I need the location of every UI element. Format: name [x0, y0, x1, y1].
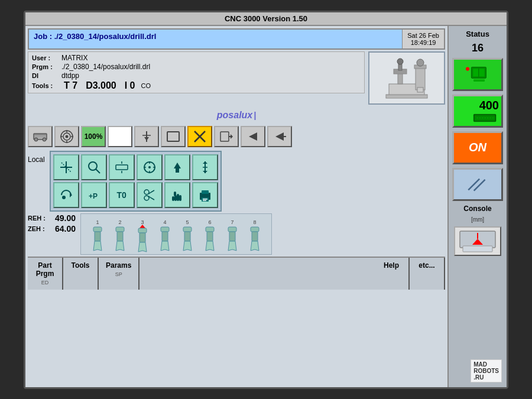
svg-rect-88: [252, 232, 258, 241]
help-button[interactable]: Help: [374, 258, 410, 290]
circle-button[interactable]: [137, 154, 163, 180]
function-grid: +P T0: [50, 151, 222, 212]
params-button[interactable]: ParamsSP: [99, 258, 140, 290]
cross-button[interactable]: [187, 126, 212, 147]
carousel-num-7: 7: [231, 219, 234, 225]
svg-point-4: [397, 59, 403, 64]
etc-button[interactable]: etc...: [410, 258, 445, 290]
conveyor-button[interactable]: [28, 126, 53, 147]
svg-text:+P: +P: [89, 192, 98, 200]
prgm-value: ./2_0380_14/posalux/drill.drl: [61, 63, 150, 71]
title-text: CNC 3000 Version 1.50: [225, 14, 307, 23]
tools-button[interactable]: Tools: [63, 258, 99, 290]
part-prgm-button[interactable]: PartPrgmED: [28, 258, 63, 290]
reh-row: REH : 49.00: [28, 213, 76, 223]
carousel-num-1: 1: [96, 219, 99, 225]
svg-rect-93: [473, 79, 485, 82]
out-button[interactable]: [214, 126, 239, 147]
carousel-num-8: 8: [254, 219, 257, 225]
svg-rect-65: [172, 196, 174, 201]
svg-rect-8: [417, 87, 423, 92]
posalux-cursor: |: [254, 111, 256, 120]
tool-co: CO: [141, 82, 151, 89]
svg-rect-87: [251, 227, 259, 232]
speed-button[interactable]: 400: [452, 95, 503, 128]
carousel-item-5: 5: [177, 219, 198, 252]
user-row: User : MATRIX: [32, 54, 361, 62]
svg-line-39: [96, 169, 100, 173]
svg-rect-72: [93, 227, 102, 232]
search-button[interactable]: [81, 154, 107, 180]
svg-rect-83: [206, 227, 214, 232]
svg-line-97: [468, 179, 479, 190]
info-left: User : MATRIX Prgm : ./2_0380_14/posalux…: [28, 51, 365, 93]
svg-rect-71: [203, 200, 206, 201]
carousel-num-4: 4: [164, 219, 167, 225]
svg-point-18: [66, 135, 69, 138]
tools-label: Tools :: [32, 82, 61, 89]
di-value: dtdpp: [61, 72, 79, 80]
job-text: Job : ./2_0380_14/posalux/drill.drl: [29, 30, 402, 48]
align-button[interactable]: [109, 154, 135, 180]
rect-button[interactable]: [161, 126, 186, 147]
diag-button[interactable]: [452, 168, 503, 201]
on-button[interactable]: ON: [452, 131, 503, 164]
svg-point-7: [417, 59, 424, 66]
svg-rect-26: [167, 132, 179, 141]
svg-rect-5: [416, 66, 425, 90]
svg-rect-9: [386, 95, 427, 98]
svg-rect-82: [184, 232, 190, 241]
svg-marker-49: [174, 163, 181, 168]
svg-rect-78: [140, 233, 145, 242]
carousel-item-3: 3: [132, 219, 153, 252]
hand-button[interactable]: [164, 182, 190, 208]
time-text: 18:49:19: [407, 39, 439, 46]
tools-row: Tools : T 7 D3.000 I 0 CO: [32, 80, 361, 91]
svg-rect-84: [207, 232, 213, 241]
carousel-item-1: 1: [87, 219, 108, 252]
posalux-area: posalux |: [28, 106, 445, 124]
carousel-item-8: 8: [244, 219, 265, 252]
target-button[interactable]: [54, 126, 79, 147]
svg-point-59: [144, 196, 149, 200]
info-rows: User : MATRIX Prgm : ./2_0380_14/posalux…: [28, 51, 365, 93]
up-button[interactable]: [164, 154, 190, 180]
reh-label: REH :: [28, 215, 51, 222]
tool-t: T 7: [64, 80, 77, 91]
carousel-item-4: 4: [154, 219, 176, 252]
feed-button[interactable]: [134, 126, 159, 147]
svg-point-56: [62, 196, 66, 199]
carousel-tool-4: [154, 226, 176, 252]
reh-value: 49.00: [55, 213, 76, 223]
svg-point-89: [466, 67, 469, 70]
v-arrows-button[interactable]: [192, 154, 218, 180]
zoom-100-button[interactable]: 100%: [81, 126, 106, 147]
svg-marker-52: [203, 161, 207, 164]
blank-button[interactable]: [108, 126, 132, 147]
svg-marker-32: [249, 132, 257, 141]
axes-button[interactable]: [53, 154, 79, 180]
arrow2-button[interactable]: [267, 126, 292, 147]
plus-p-button[interactable]: +P: [81, 182, 107, 208]
svg-rect-75: [117, 232, 123, 241]
rotate-button[interactable]: [53, 182, 79, 208]
datetime-box: Sat 26 Feb 18:49:19: [402, 30, 444, 48]
svg-rect-74: [116, 227, 124, 232]
carousel-item-2: 2: [109, 219, 131, 252]
carousel-tool-5: [177, 226, 198, 252]
prgm-label: Prgm :: [32, 63, 61, 70]
svg-rect-80: [162, 232, 168, 241]
di-row: DI dtdpp: [32, 72, 361, 80]
svg-rect-81: [183, 227, 192, 232]
svg-point-38: [89, 162, 97, 170]
carousel-tool-3: [132, 226, 153, 252]
printer-button[interactable]: [192, 182, 218, 208]
carousel-num-6: 6: [209, 219, 212, 225]
print-button[interactable]: [454, 226, 501, 256]
scissors-button[interactable]: [137, 182, 163, 208]
machine-status-button[interactable]: [452, 58, 503, 91]
prgm-row: Prgm : ./2_0380_14/posalux/drill.drl: [32, 63, 361, 71]
posalux-text: posalux: [217, 110, 252, 121]
t0-button[interactable]: T0: [109, 182, 135, 208]
arrow-button[interactable]: [241, 126, 265, 147]
